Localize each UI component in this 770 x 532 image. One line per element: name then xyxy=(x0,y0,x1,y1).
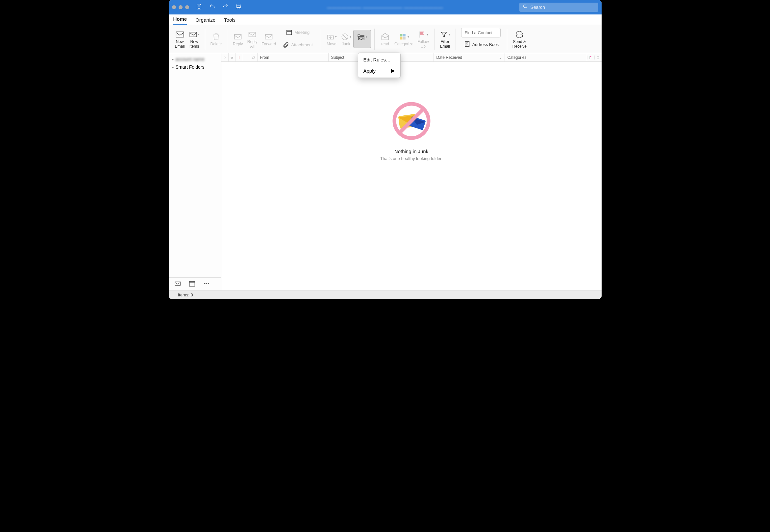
svg-rect-8 xyxy=(249,32,256,37)
calendar-icon xyxy=(286,29,292,37)
send-receive-button[interactable]: Send & Receive xyxy=(510,28,528,50)
minimize-window-button[interactable] xyxy=(178,5,182,9)
rules-button[interactable]: ▾ Rules xyxy=(353,30,371,48)
delete-button[interactable]: Delete xyxy=(209,30,224,48)
col-reminder[interactable] xyxy=(243,53,250,61)
svg-rect-19 xyxy=(175,282,180,285)
move-button[interactable]: ▾ Move xyxy=(324,30,339,48)
categorize-icon: ▾ xyxy=(399,32,409,42)
envelope-open-icon xyxy=(380,32,390,42)
search-icon xyxy=(523,4,530,11)
svg-point-26 xyxy=(239,58,240,59)
empty-junk-icon xyxy=(392,101,431,141)
svg-point-4 xyxy=(523,5,526,8)
svg-point-18 xyxy=(466,43,468,44)
new-email-button[interactable]: New Email xyxy=(173,28,187,50)
reply-button[interactable]: Reply xyxy=(231,30,245,48)
flag-icon: ▾ xyxy=(418,29,428,40)
col-delete[interactable] xyxy=(595,56,602,59)
more-views-icon[interactable] xyxy=(203,280,210,289)
envelope-icon xyxy=(175,29,185,40)
col-from[interactable]: From xyxy=(258,53,329,61)
rules-icon: ▾ xyxy=(357,32,367,42)
search-input[interactable] xyxy=(530,5,595,10)
address-book-button[interactable]: Address Book xyxy=(461,39,502,50)
svg-rect-3 xyxy=(237,8,240,9)
search-box[interactable] xyxy=(519,3,598,12)
print-icon[interactable] xyxy=(235,3,242,11)
sidebar-smart-folders[interactable]: ▸ Smart Folders xyxy=(169,63,221,71)
window-title: ——————— ———————— ———————— xyxy=(327,5,443,10)
svg-rect-0 xyxy=(198,7,200,9)
follow-up-button[interactable]: ▾ Follow Up xyxy=(415,28,431,50)
mail-view-icon[interactable] xyxy=(174,280,181,289)
meeting-button[interactable]: Meeting xyxy=(280,28,315,38)
main-body: ▸ account name ▸ Smart Folders @ xyxy=(169,53,602,290)
reply-all-icon xyxy=(247,29,258,40)
zoom-window-button[interactable] xyxy=(185,5,189,9)
sidebar-nav-switcher xyxy=(169,277,221,290)
attachment-button[interactable]: Attachment xyxy=(280,40,315,51)
empty-title: Nothing in Junk xyxy=(394,149,428,154)
svg-rect-9 xyxy=(266,35,272,39)
submenu-arrow-icon: ▶ xyxy=(391,68,395,74)
reply-all-button[interactable]: Reply All xyxy=(245,28,260,50)
new-items-button[interactable]: ▾ New Items xyxy=(187,28,202,50)
svg-rect-17 xyxy=(465,42,469,47)
quick-access-toolbar xyxy=(196,3,242,11)
junk-button[interactable]: ▾ Junk xyxy=(339,30,353,48)
redo-icon[interactable] xyxy=(222,3,229,11)
folder-sidebar: ▸ account name ▸ Smart Folders xyxy=(169,53,222,290)
find-contact-input[interactable] xyxy=(461,28,501,37)
svg-rect-15 xyxy=(400,37,402,39)
forward-button[interactable]: Forward xyxy=(260,30,278,48)
svg-rect-5 xyxy=(176,32,183,37)
col-attachment[interactable] xyxy=(250,53,258,61)
message-list-pane: @ From Subject Date Received⌄ Categories xyxy=(222,53,602,290)
svg-rect-16 xyxy=(403,37,406,39)
address-book-icon xyxy=(464,41,470,49)
empty-subtitle: That's one healthy looking folder. xyxy=(380,156,443,161)
chevron-right-icon: ▸ xyxy=(172,58,174,61)
tab-organize[interactable]: Organize xyxy=(196,15,216,25)
sidebar-account-item[interactable]: ▸ account name xyxy=(169,55,221,63)
edit-rules-menu-item[interactable]: Edit Rules… xyxy=(358,54,400,65)
svg-rect-1 xyxy=(237,4,240,6)
undo-icon[interactable] xyxy=(209,3,216,11)
col-categories[interactable]: Categories xyxy=(505,53,587,61)
ribbon: New Email ▾ New Items Delete Reply Reply… xyxy=(169,25,602,53)
close-window-button[interactable] xyxy=(172,5,176,9)
svg-rect-13 xyxy=(400,34,402,36)
svg-rect-14 xyxy=(403,34,406,36)
send-receive-icon xyxy=(514,29,525,40)
tab-home[interactable]: Home xyxy=(173,14,187,25)
categorize-button[interactable]: ▾ Categorize xyxy=(392,30,415,48)
svg-point-21 xyxy=(204,283,205,284)
window-controls xyxy=(172,5,189,9)
move-folder-icon: ▾ xyxy=(326,32,337,42)
read-unread-button[interactable]: read xyxy=(378,30,392,48)
apply-rules-menu-item[interactable]: Apply▶ xyxy=(358,65,400,76)
reply-icon xyxy=(233,32,243,42)
title-bar: ——————— ———————— ———————— xyxy=(169,0,602,14)
svg-text:@: @ xyxy=(231,56,233,59)
svg-point-24 xyxy=(224,57,225,58)
calendar-view-icon[interactable] xyxy=(188,280,196,289)
trash-icon xyxy=(211,32,222,42)
svg-point-22 xyxy=(206,283,207,284)
col-date-received[interactable]: Date Received⌄ xyxy=(434,53,505,61)
chevron-right-icon: ▸ xyxy=(172,65,174,69)
col-read-status[interactable] xyxy=(222,53,229,61)
svg-rect-20 xyxy=(189,281,195,286)
rules-dropdown-menu: Edit Rules… Apply▶ xyxy=(358,53,401,78)
svg-rect-6 xyxy=(190,32,197,37)
svg-rect-7 xyxy=(235,35,242,39)
filter-email-button[interactable]: ▾ Filter Email xyxy=(438,28,452,50)
tab-tools[interactable]: Tools xyxy=(224,15,236,25)
col-importance[interactable] xyxy=(236,53,243,61)
col-flag[interactable] xyxy=(587,56,595,59)
sidebar-item-label: Smart Folders xyxy=(175,64,205,70)
save-icon[interactable] xyxy=(196,3,202,11)
message-list-empty: Nothing in Junk That's one healthy looki… xyxy=(222,62,602,290)
col-mentions[interactable]: @ xyxy=(229,53,236,61)
